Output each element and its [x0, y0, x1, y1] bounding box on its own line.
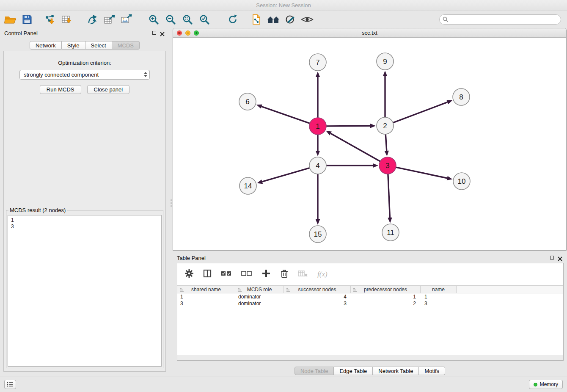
graph-edge-1-7[interactable] [316, 72, 320, 118]
tab-edge-table[interactable]: Edge Table [334, 367, 373, 375]
graph-edge-3-10[interactable] [396, 167, 453, 180]
graph-node-10[interactable]: 10 [453, 173, 470, 190]
run-mcds-button[interactable]: Run MCDS [40, 85, 81, 94]
graph-edge-4-14[interactable] [257, 168, 310, 184]
minimize-window-button[interactable] [185, 30, 190, 36]
zoom-in-button[interactable] [145, 13, 162, 26]
toggle-columns-button[interactable] [203, 269, 212, 279]
graph-edge-3-1[interactable] [326, 131, 380, 161]
optimization-criterion-select[interactable]: strongly connected component [19, 70, 150, 80]
search-input[interactable] [439, 14, 561, 25]
tab-style[interactable]: Style [62, 41, 85, 50]
memory-button[interactable]: Memory [529, 380, 563, 389]
column-header-successor-nodes[interactable]: successor nodes [284, 286, 351, 293]
share-network-button[interactable] [84, 13, 101, 26]
network-canvas[interactable]: 7968124314101511 [173, 38, 566, 250]
close-panel-button[interactable]: Close panel [87, 85, 130, 94]
style-brush-icon [285, 14, 296, 25]
close-table-panel-icon[interactable] [558, 255, 562, 260]
graph-node-14[interactable]: 14 [239, 177, 256, 194]
column-header-predecessor-nodes[interactable]: predecessor nodes [351, 286, 421, 293]
import-table-button[interactable] [58, 13, 75, 26]
table-settings-button[interactable] [184, 269, 194, 280]
graph-node-8[interactable]: 8 [453, 88, 470, 105]
network-from-table-button[interactable] [101, 13, 118, 26]
graph-node-9[interactable]: 9 [377, 53, 394, 70]
table-panel-title: Table Panel [177, 255, 206, 261]
float-panel-icon[interactable] [152, 31, 156, 35]
tab-network-table[interactable]: Network Table [373, 367, 419, 375]
close-window-button[interactable] [177, 30, 182, 36]
tab-network[interactable]: Network [30, 41, 62, 50]
zoom-fit-button[interactable] [179, 13, 196, 26]
tab-node-table[interactable]: Node Table [295, 367, 334, 375]
graph-edge-2-3[interactable] [385, 134, 389, 156]
cell-name[interactable]: 1 [421, 293, 457, 300]
zoom-selected-button[interactable] [196, 13, 213, 26]
application-window: Session: New Session [0, 0, 567, 392]
float-table-panel-icon[interactable] [550, 256, 554, 259]
graph-edge-4-15[interactable] [316, 174, 320, 225]
cell-successor-nodes[interactable]: 3 [284, 300, 351, 307]
cell-shared-name[interactable]: 3 [177, 300, 235, 307]
cell-shared-name[interactable]: 1 [177, 293, 235, 300]
style-circle-button[interactable] [282, 13, 299, 26]
graph-node-3[interactable]: 3 [379, 157, 396, 174]
delete-table-button[interactable] [298, 269, 308, 279]
task-history-button[interactable] [4, 380, 16, 389]
graph-edge-4-3[interactable] [326, 163, 378, 168]
column-header-name[interactable]: name [421, 286, 457, 293]
cell-successor-nodes[interactable]: 4 [284, 293, 351, 300]
close-panel-icon[interactable] [160, 30, 165, 35]
network-window-titlebar[interactable]: scc.txt [173, 28, 566, 38]
table-row[interactable]: 3 dominator 3 2 3 [177, 300, 563, 307]
zoom-fit-icon [182, 14, 193, 25]
column-label: MCDS role [247, 287, 272, 293]
zoom-out-button[interactable] [162, 13, 179, 26]
delete-column-button[interactable] [280, 269, 289, 280]
cell-predecessor-nodes[interactable]: 2 [351, 300, 421, 307]
graph-edge-1-4[interactable] [316, 135, 320, 156]
status-bar: Memory [0, 376, 567, 392]
tab-mcds[interactable]: MCDS [112, 41, 140, 50]
graph-edge-2-9[interactable] [383, 71, 387, 117]
tab-motifs[interactable]: Motifs [419, 367, 445, 375]
mcds-result-list[interactable]: 1 3 [8, 215, 162, 367]
maximize-window-button[interactable] [194, 30, 199, 36]
table-row[interactable]: 1 dominator 4 1 1 [177, 293, 563, 300]
graph-node-4[interactable]: 4 [309, 157, 326, 174]
graph-edge-2-8[interactable] [393, 100, 453, 123]
graph-node-15[interactable]: 15 [309, 226, 326, 243]
svg-text:7: 7 [316, 58, 319, 66]
export-image-button[interactable] [118, 13, 135, 26]
graph-edge-1-6[interactable] [256, 105, 310, 124]
cell-name[interactable]: 3 [421, 300, 457, 307]
graph-node-6[interactable]: 6 [239, 93, 256, 110]
open-document-network-button[interactable] [248, 13, 265, 26]
show-hide-button[interactable] [299, 13, 316, 26]
open-session-button[interactable] [2, 13, 19, 26]
graph-node-1[interactable]: 1 [309, 118, 326, 135]
deselect-all-columns-button[interactable] [241, 270, 252, 279]
graph-node-7[interactable]: 7 [309, 54, 326, 71]
cell-mcds-role[interactable]: dominator [235, 293, 284, 300]
table-header-filler [457, 286, 563, 293]
cell-mcds-role[interactable]: dominator [235, 300, 284, 307]
save-session-button[interactable] [19, 13, 36, 26]
graph-edge-1-2[interactable] [326, 124, 376, 128]
column-header-mcds-role[interactable]: MCDS role [235, 286, 284, 293]
apply-layout-button[interactable] [224, 13, 241, 26]
cell-predecessor-nodes[interactable]: 1 [351, 293, 421, 300]
homes-button[interactable] [265, 13, 282, 26]
tab-select[interactable]: Select [85, 41, 112, 50]
import-network-button[interactable] [41, 13, 58, 26]
graph-node-2[interactable]: 2 [377, 117, 394, 134]
panel-splitter-handle[interactable] [170, 197, 172, 208]
function-builder-button[interactable]: f(x) [317, 270, 328, 279]
graph-edge-3-11[interactable] [388, 174, 392, 223]
horizontal-scrollbar[interactable] [177, 355, 563, 360]
add-column-button[interactable] [261, 269, 271, 280]
graph-node-11[interactable]: 11 [382, 224, 399, 241]
column-header-shared-name[interactable]: shared name [177, 286, 235, 293]
select-all-columns-button[interactable] [221, 270, 232, 279]
